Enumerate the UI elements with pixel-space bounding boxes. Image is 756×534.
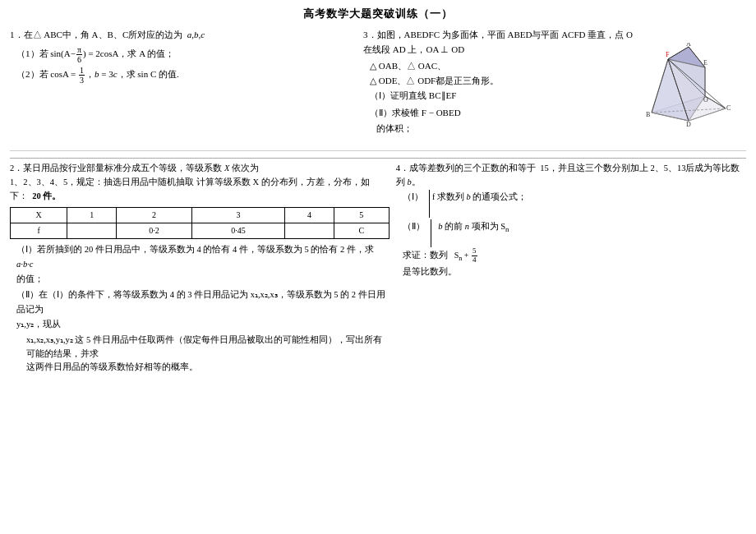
table-cell-f-2: 0·2 — [117, 223, 192, 238]
table-cell-f-1 — [67, 223, 117, 238]
table-header-1: 1 — [67, 207, 117, 223]
problem-1-sub2: （2）若 cosA = 13，b = 3c，求 sin C 的值. — [16, 66, 363, 85]
problem-3-sub1: （Ⅰ）证明直线 BC∥EF — [370, 88, 639, 104]
section-divider — [10, 150, 746, 151]
svg-text:C: C — [726, 104, 731, 112]
problem-4-intro: 4．成等差数列的三个正数的和等于 15，并且这三个数分别加上 2、5、13后成为… — [396, 162, 746, 190]
page-title: 高考数学大题突破训练（一） — [10, 7, 746, 21]
problem-1-sub1: （1）若 sin(A−π6) = 2cosA，求 A 的值； — [16, 45, 363, 64]
problem-2-sub2-cont: x₁,x₂,x₃,y₁,y₂ 这 5 件日用品中任取两件（假定每件日用品被取出的… — [26, 334, 390, 375]
table-cell-f-4 — [285, 223, 334, 238]
table-cell-f-label: f — [11, 223, 67, 238]
svg-text:D: D — [686, 121, 691, 128]
svg-text:O: O — [703, 96, 708, 104]
svg-text:E: E — [703, 59, 708, 67]
problem-1: 1．在△ ABC中，角 A、B、C所对应的边为 a,b,c （1）若 sin(A… — [10, 28, 363, 85]
problem-3-details: △ OAB、△ OAC、 △ ODE、△ ODF都是正三角形。 — [370, 59, 639, 88]
table-header-2: 2 — [117, 207, 192, 223]
problem-2-sub1: （Ⅰ）若所抽到的 20 件日用品中，等级系数为 4 的恰有 4 件，等级系数为 … — [16, 242, 390, 287]
svg-text:B: B — [646, 111, 650, 118]
problem-3-intro: 3．如图，ABEDFC 为多面体，平面 ABED与平面 ACFD 垂直，点 O … — [363, 28, 639, 57]
problem-1-intro: 1．在△ ABC中，角 A、B、C所对应的边为 a,b,c — [10, 28, 363, 43]
problem-2-intro: 2．某日用品按行业部量标准分成五个等级，等级系数 X 依次为 1、2、3、4、5… — [10, 162, 390, 203]
table-row-f: f 0·2 0·45 C — [11, 223, 390, 238]
problem-3-sub2: （Ⅱ）求棱锥 F − OBED 的体积； — [370, 105, 639, 136]
table-cell-f-3: 0·45 — [191, 223, 284, 238]
table-header-5: 5 — [334, 207, 389, 223]
table-header-3: 3 — [191, 207, 284, 223]
problem-4-sub2: （Ⅱ） b 的前 n 项和为 Sn 求证：数列 Sn + 54 是等比数列。 — [403, 219, 746, 279]
table-cell-f-5: C — [334, 223, 389, 238]
problem-2: 2．某日用品按行业部量标准分成五个等级，等级系数 X 依次为 1、2、3、4、5… — [10, 162, 390, 375]
problem-2-sub2: （Ⅱ）在（Ⅰ）的条件下，将等级系数为 4 的 3 件日用品记为 x₁,x₂,x₃… — [16, 288, 390, 332]
shape-diagram: F E A B D C O — [639, 43, 738, 133]
table-header-4: 4 — [285, 207, 334, 223]
svg-text:F: F — [666, 51, 670, 58]
problem-4-sub1: （Ⅰ） f 求数列 b 的通项公式； — [403, 190, 746, 218]
svg-text:A: A — [686, 43, 691, 48]
table-header-x: X — [11, 207, 67, 223]
distribution-table: X 1 2 3 4 5 f 0·2 0·45 — [10, 207, 390, 239]
problem-4: 4．成等差数列的三个正数的和等于 15，并且这三个数分别加上 2、5、13后成为… — [396, 162, 746, 375]
